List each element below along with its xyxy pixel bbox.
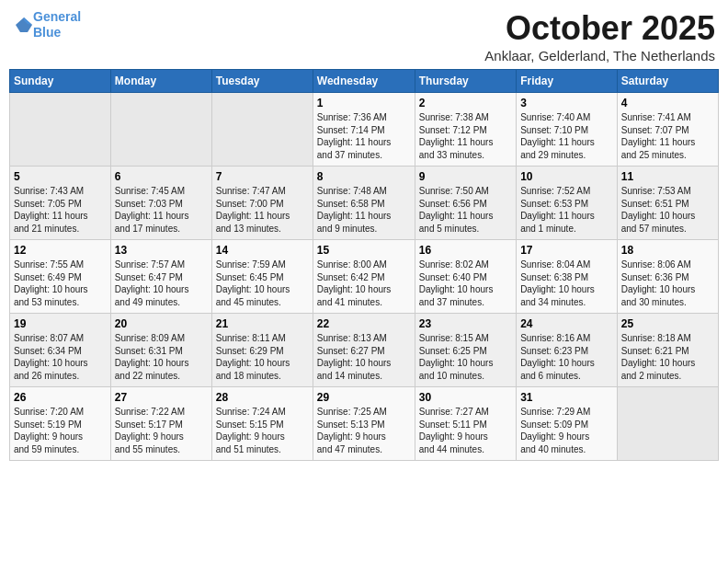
day-number: 4 <box>621 97 714 109</box>
day-number: 25 <box>621 317 714 330</box>
day-number: 3 <box>520 97 613 109</box>
weekday-header-monday: Monday <box>110 70 211 93</box>
day-info: Sunrise: 7:55 AM Sunset: 6:49 PM Dayligh… <box>14 259 107 308</box>
day-info: Sunrise: 7:59 AM Sunset: 6:45 PM Dayligh… <box>216 259 309 308</box>
calendar-day-29: 29Sunrise: 7:25 AM Sunset: 5:13 PM Dayli… <box>313 387 415 461</box>
logo-text: General Blue <box>33 9 81 40</box>
day-number: 14 <box>216 244 309 257</box>
calendar-day-16: 16Sunrise: 8:02 AM Sunset: 6:40 PM Dayli… <box>415 240 516 314</box>
calendar-empty-cell <box>211 93 313 167</box>
day-number: 23 <box>419 317 512 330</box>
calendar-day-8: 8Sunrise: 7:48 AM Sunset: 6:58 PM Daylig… <box>313 167 415 240</box>
day-info: Sunrise: 8:15 AM Sunset: 6:25 PM Dayligh… <box>419 332 512 382</box>
day-number: 5 <box>14 170 107 183</box>
day-info: Sunrise: 7:25 AM Sunset: 5:13 PM Dayligh… <box>317 406 411 455</box>
day-info: Sunrise: 8:18 AM Sunset: 6:21 PM Dayligh… <box>621 332 714 382</box>
day-info: Sunrise: 8:16 AM Sunset: 6:23 PM Dayligh… <box>520 332 613 382</box>
logo-general: General <box>33 9 81 24</box>
day-info: Sunrise: 7:48 AM Sunset: 6:58 PM Dayligh… <box>317 185 411 235</box>
calendar-day-11: 11Sunrise: 7:53 AM Sunset: 6:51 PM Dayli… <box>617 167 718 240</box>
day-number: 1 <box>317 97 411 109</box>
calendar-week-row: 12Sunrise: 7:55 AM Sunset: 6:49 PM Dayli… <box>10 240 719 314</box>
calendar-day-17: 17Sunrise: 8:04 AM Sunset: 6:38 PM Dayli… <box>517 240 618 314</box>
calendar-week-row: 1Sunrise: 7:36 AM Sunset: 7:14 PM Daylig… <box>10 93 719 167</box>
calendar-day-9: 9Sunrise: 7:50 AM Sunset: 6:56 PM Daylig… <box>415 167 516 240</box>
logo-icon <box>15 16 33 34</box>
day-number: 31 <box>520 391 613 404</box>
weekday-header-sunday: Sunday <box>10 70 111 93</box>
calendar-day-21: 21Sunrise: 8:11 AM Sunset: 6:29 PM Dayli… <box>211 314 313 387</box>
calendar-empty-cell <box>110 93 211 167</box>
calendar-day-2: 2Sunrise: 7:38 AM Sunset: 7:12 PM Daylig… <box>415 93 516 167</box>
day-number: 21 <box>216 317 309 330</box>
calendar-week-row: 19Sunrise: 8:07 AM Sunset: 6:34 PM Dayli… <box>10 314 719 387</box>
day-number: 8 <box>317 170 411 183</box>
title-area: October 2025 Anklaar, Gelderland, The Ne… <box>484 9 715 63</box>
day-info: Sunrise: 7:52 AM Sunset: 6:53 PM Dayligh… <box>520 185 613 235</box>
logo: General Blue <box>13 9 81 40</box>
weekday-header-tuesday: Tuesday <box>211 70 313 93</box>
calendar-header-row: SundayMondayTuesdayWednesdayThursdayFrid… <box>10 70 719 93</box>
day-number: 27 <box>115 391 208 404</box>
day-info: Sunrise: 7:40 AM Sunset: 7:10 PM Dayligh… <box>520 111 613 161</box>
calendar-day-7: 7Sunrise: 7:47 AM Sunset: 7:00 PM Daylig… <box>211 167 313 240</box>
day-info: Sunrise: 8:09 AM Sunset: 6:31 PM Dayligh… <box>115 332 208 382</box>
day-info: Sunrise: 7:29 AM Sunset: 5:09 PM Dayligh… <box>520 406 613 455</box>
calendar-day-12: 12Sunrise: 7:55 AM Sunset: 6:49 PM Dayli… <box>10 240 111 314</box>
calendar-week-row: 5Sunrise: 7:43 AM Sunset: 7:05 PM Daylig… <box>10 167 719 240</box>
day-info: Sunrise: 7:27 AM Sunset: 5:11 PM Dayligh… <box>419 406 512 455</box>
day-info: Sunrise: 7:47 AM Sunset: 7:00 PM Dayligh… <box>216 185 309 235</box>
day-info: Sunrise: 8:00 AM Sunset: 6:42 PM Dayligh… <box>317 259 411 308</box>
calendar-day-19: 19Sunrise: 8:07 AM Sunset: 6:34 PM Dayli… <box>10 314 111 387</box>
calendar-day-25: 25Sunrise: 8:18 AM Sunset: 6:21 PM Dayli… <box>617 314 718 387</box>
day-number: 24 <box>520 317 613 330</box>
calendar-day-5: 5Sunrise: 7:43 AM Sunset: 7:05 PM Daylig… <box>10 167 111 240</box>
day-info: Sunrise: 8:07 AM Sunset: 6:34 PM Dayligh… <box>14 332 107 382</box>
month-title: October 2025 <box>484 9 715 48</box>
day-number: 2 <box>419 97 512 109</box>
day-info: Sunrise: 7:20 AM Sunset: 5:19 PM Dayligh… <box>14 406 107 455</box>
weekday-header-friday: Friday <box>517 70 618 93</box>
day-number: 6 <box>115 170 208 183</box>
day-number: 11 <box>621 170 714 183</box>
day-info: Sunrise: 7:53 AM Sunset: 6:51 PM Dayligh… <box>621 185 714 235</box>
day-number: 17 <box>520 244 613 257</box>
day-info: Sunrise: 8:04 AM Sunset: 6:38 PM Dayligh… <box>520 259 613 308</box>
calendar-day-1: 1Sunrise: 7:36 AM Sunset: 7:14 PM Daylig… <box>313 93 415 167</box>
day-number: 7 <box>216 170 309 183</box>
weekday-header-thursday: Thursday <box>415 70 516 93</box>
day-number: 29 <box>317 391 411 404</box>
calendar-day-18: 18Sunrise: 8:06 AM Sunset: 6:36 PM Dayli… <box>617 240 718 314</box>
day-info: Sunrise: 7:57 AM Sunset: 6:47 PM Dayligh… <box>115 259 208 308</box>
location-subtitle: Anklaar, Gelderland, The Netherlands <box>484 48 715 63</box>
day-number: 16 <box>419 244 512 257</box>
day-info: Sunrise: 7:50 AM Sunset: 6:56 PM Dayligh… <box>419 185 512 235</box>
calendar-day-15: 15Sunrise: 8:00 AM Sunset: 6:42 PM Dayli… <box>313 240 415 314</box>
day-info: Sunrise: 8:11 AM Sunset: 6:29 PM Dayligh… <box>216 332 309 382</box>
day-number: 18 <box>621 244 714 257</box>
calendar-empty-cell <box>617 387 718 461</box>
day-number: 15 <box>317 244 411 257</box>
calendar-day-24: 24Sunrise: 8:16 AM Sunset: 6:23 PM Dayli… <box>517 314 618 387</box>
day-info: Sunrise: 8:13 AM Sunset: 6:27 PM Dayligh… <box>317 332 411 382</box>
calendar-day-20: 20Sunrise: 8:09 AM Sunset: 6:31 PM Dayli… <box>110 314 211 387</box>
calendar-day-28: 28Sunrise: 7:24 AM Sunset: 5:15 PM Dayli… <box>211 387 313 461</box>
day-number: 22 <box>317 317 411 330</box>
calendar-day-26: 26Sunrise: 7:20 AM Sunset: 5:19 PM Dayli… <box>10 387 111 461</box>
day-info: Sunrise: 8:06 AM Sunset: 6:36 PM Dayligh… <box>621 259 714 308</box>
calendar-day-3: 3Sunrise: 7:40 AM Sunset: 7:10 PM Daylig… <box>517 93 618 167</box>
calendar-day-13: 13Sunrise: 7:57 AM Sunset: 6:47 PM Dayli… <box>110 240 211 314</box>
day-number: 9 <box>419 170 512 183</box>
calendar-day-30: 30Sunrise: 7:27 AM Sunset: 5:11 PM Dayli… <box>415 387 516 461</box>
day-number: 26 <box>14 391 107 404</box>
day-number: 28 <box>216 391 309 404</box>
page-header: General Blue October 2025 Anklaar, Gelde… <box>9 9 719 63</box>
calendar-empty-cell <box>10 93 111 167</box>
calendar-day-22: 22Sunrise: 8:13 AM Sunset: 6:27 PM Dayli… <box>313 314 415 387</box>
calendar-day-27: 27Sunrise: 7:22 AM Sunset: 5:17 PM Dayli… <box>110 387 211 461</box>
calendar-day-4: 4Sunrise: 7:41 AM Sunset: 7:07 PM Daylig… <box>617 93 718 167</box>
day-info: Sunrise: 7:41 AM Sunset: 7:07 PM Dayligh… <box>621 111 714 161</box>
day-info: Sunrise: 7:22 AM Sunset: 5:17 PM Dayligh… <box>115 406 208 455</box>
calendar-day-23: 23Sunrise: 8:15 AM Sunset: 6:25 PM Dayli… <box>415 314 516 387</box>
calendar-day-14: 14Sunrise: 7:59 AM Sunset: 6:45 PM Dayli… <box>211 240 313 314</box>
